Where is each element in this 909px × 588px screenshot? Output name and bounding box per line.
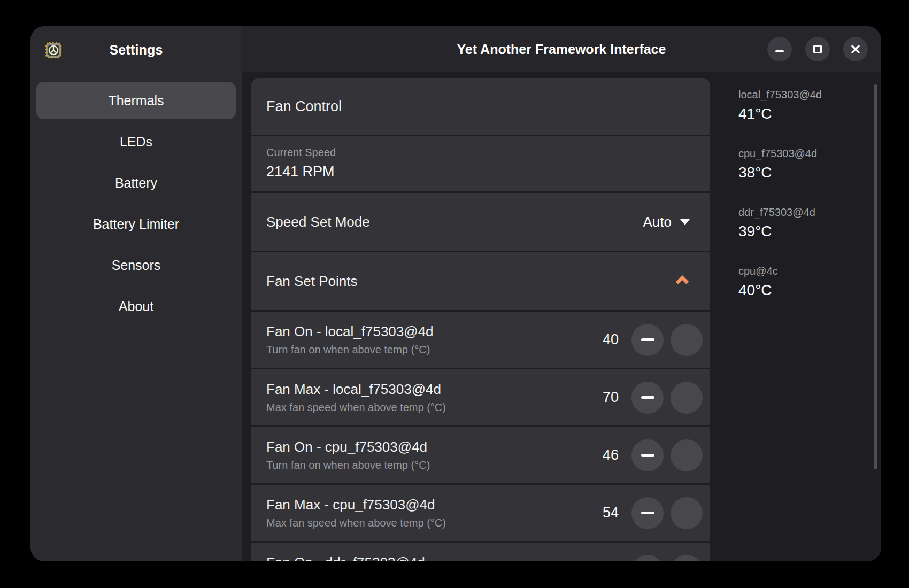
sidebar-item-sensors[interactable]: Sensors	[36, 246, 236, 284]
sidebar-item-battery-limiter[interactable]: Battery Limiter	[36, 205, 236, 243]
set-point-subtitle: Max fan speed when above temp (°C)	[266, 401, 586, 414]
speed-set-mode-label: Speed Set Mode	[266, 214, 370, 230]
set-point-value: 40	[586, 331, 619, 348]
sensors-panel: local_f75303@4d 41°C cpu_f75303@4d 38°C …	[721, 72, 881, 561]
sidebar-item-label: Battery Limiter	[93, 216, 179, 232]
set-point-title: Fan Max - cpu_f75303@4d	[266, 497, 586, 513]
sidebar-item-label: Thermals	[108, 93, 164, 109]
increment-button[interactable]	[671, 555, 703, 562]
set-point-subtitle: Turn fan on when above temp (°C)	[266, 459, 586, 471]
close-icon	[850, 44, 861, 55]
set-point-row-partial: Fan On - ddr_f75303@4d Turn fan on when …	[251, 543, 710, 561]
sensor-value: 38°C	[738, 163, 881, 182]
maximize-button[interactable]	[805, 37, 830, 61]
minus-icon	[641, 512, 654, 514]
set-point-title: Fan On - cpu_f75303@4d	[266, 439, 586, 455]
increment-button[interactable]	[671, 324, 703, 356]
sensor-value: 41°C	[738, 104, 881, 123]
fan-control-title: Fan Control	[266, 98, 342, 115]
speed-set-mode-value: Auto	[643, 214, 672, 230]
fan-control-section: Fan Control Current Speed 2141 RPM Speed…	[251, 78, 710, 561]
maximize-icon	[812, 44, 823, 55]
settings-title: Settings	[30, 42, 242, 58]
set-point-title: Fan Max - local_f75303@4d	[266, 381, 586, 398]
sensor-reading: cpu@4c 40°C	[738, 265, 881, 300]
minimize-icon	[774, 44, 785, 55]
sidebar-item-thermals[interactable]: Thermals	[36, 82, 236, 119]
sidebar-item-about[interactable]: About	[36, 288, 236, 325]
set-point-title: Fan On - local_f75303@4d	[266, 323, 586, 340]
main-area: Yet Another Framework Interface	[242, 26, 881, 561]
sensor-label: cpu_f75303@4d	[738, 147, 881, 160]
sidebar-item-leds[interactable]: LEDs	[36, 123, 236, 160]
sidebar-header: Settings	[30, 26, 242, 82]
fan-set-points-header[interactable]: Fan Set Points	[251, 252, 710, 310]
window-title: Yet Another Framework Interface	[457, 42, 666, 57]
sensor-reading: local_f75303@4d 41°C	[738, 88, 881, 123]
chevron-down-icon	[680, 219, 690, 225]
sensor-label: local_f75303@4d	[738, 88, 881, 101]
set-point-value: 70	[586, 389, 619, 406]
decrement-button[interactable]	[631, 555, 664, 562]
sidebar: Settings Thermals LEDs Battery Battery L…	[30, 26, 242, 561]
increment-button[interactable]	[671, 382, 703, 414]
increment-button[interactable]	[671, 497, 703, 529]
set-point-row: Fan On - cpu_f75303@4d Turn fan on when …	[251, 427, 710, 483]
sensor-value: 40°C	[738, 281, 881, 300]
set-point-row: Fan Max - cpu_f75303@4d Max fan speed wh…	[251, 485, 710, 541]
decrement-button[interactable]	[631, 324, 664, 356]
sensor-reading: cpu_f75303@4d 38°C	[738, 147, 881, 182]
close-button[interactable]	[843, 37, 868, 61]
set-point-value: 54	[586, 505, 619, 521]
sensor-label: ddr_f75303@4d	[738, 206, 881, 219]
increment-button[interactable]	[671, 439, 703, 471]
speed-set-mode-dropdown[interactable]: Auto	[643, 214, 690, 230]
decrement-button[interactable]	[631, 497, 664, 529]
current-speed-label: Current Speed	[266, 146, 710, 159]
sidebar-item-label: LEDs	[120, 134, 152, 150]
set-point-row: Fan Max - local_f75303@4d Max fan speed …	[251, 369, 710, 425]
sidebar-item-battery[interactable]: Battery	[36, 164, 236, 202]
minimize-button[interactable]	[767, 37, 792, 61]
sidebar-item-label: About	[119, 299, 153, 314]
decrement-button[interactable]	[631, 439, 664, 471]
speed-set-mode-card: Speed Set Mode Auto	[251, 193, 710, 251]
set-point-subtitle: Turn fan on when above temp (°C)	[266, 344, 586, 356]
set-point-subtitle: Max fan speed when above temp (°C)	[266, 517, 586, 529]
sensor-reading: ddr_f75303@4d 39°C	[738, 206, 881, 241]
current-speed-value: 2141 RPM	[266, 164, 710, 180]
set-point-value: 46	[586, 447, 619, 463]
minus-icon	[641, 338, 654, 341]
minus-icon	[641, 396, 654, 399]
sensor-label: cpu@4c	[738, 265, 881, 277]
sidebar-item-label: Sensors	[112, 258, 161, 273]
set-point-title: Fan On - ddr_f75303@4d	[266, 554, 586, 561]
content-area: Fan Control Current Speed 2141 RPM Speed…	[242, 72, 881, 561]
window-controls	[767, 26, 868, 72]
set-point-row: Fan On - local_f75303@4d Turn fan on whe…	[251, 312, 710, 368]
fan-control-card: Fan Control	[251, 78, 710, 135]
decrement-button[interactable]	[631, 382, 664, 414]
titlebar: Yet Another Framework Interface	[242, 26, 881, 72]
app-window: Settings Thermals LEDs Battery Battery L…	[30, 26, 881, 561]
sidebar-nav: Thermals LEDs Battery Battery Limiter Se…	[30, 82, 242, 325]
fan-set-points-label: Fan Set Points	[266, 273, 358, 290]
minus-icon	[641, 454, 654, 457]
sensor-value: 39°C	[738, 222, 881, 241]
current-speed-card: Current Speed 2141 RPM	[251, 136, 710, 191]
vertical-scrollbar[interactable]	[874, 84, 877, 469]
chevron-up-icon	[675, 275, 690, 287]
sidebar-item-label: Battery	[115, 175, 157, 191]
